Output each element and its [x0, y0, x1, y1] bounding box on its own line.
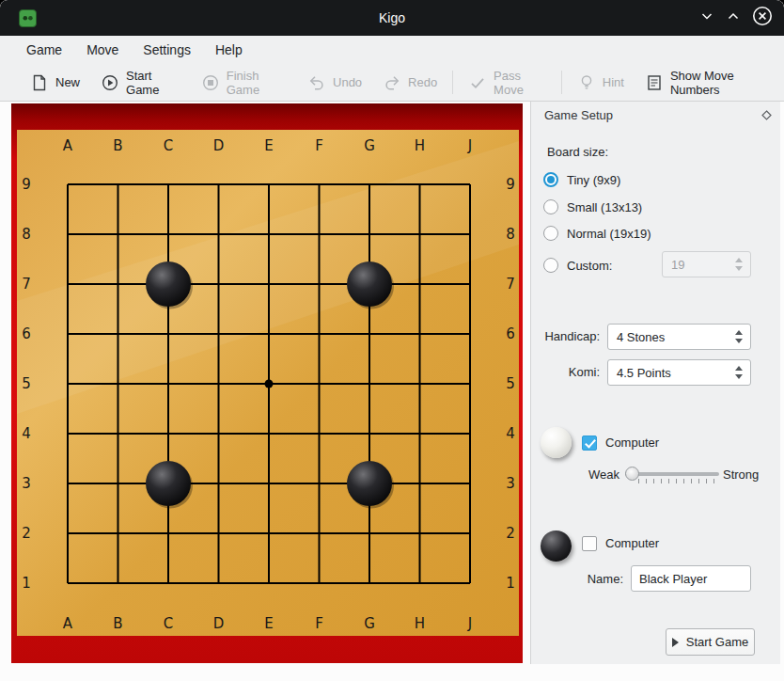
spinner-arrows-icon[interactable]	[735, 330, 750, 343]
svg-text:C: C	[164, 137, 173, 154]
radio-tiny-label: Tiny (9x9)	[567, 173, 620, 187]
board-area: AABBCCDDEEFFGGHHJJ998877665544332211	[0, 102, 523, 681]
slider-ticks	[638, 479, 719, 483]
svg-text:E: E	[264, 615, 273, 632]
pass-move-button[interactable]: Pass Move	[458, 69, 557, 97]
redo-arrow-icon	[383, 73, 401, 92]
weak-label: Weak	[588, 467, 619, 482]
svg-text:F: F	[315, 615, 323, 632]
minimize-button[interactable]	[699, 8, 714, 27]
start-game-label: Start Game	[126, 69, 180, 97]
new-label: New	[55, 75, 80, 89]
black-computer-checkbox-row[interactable]: Computer	[582, 535, 659, 551]
svg-text:J: J	[467, 615, 472, 632]
checkbox-checked-icon[interactable]	[582, 436, 597, 451]
stop-circle-icon	[201, 73, 220, 92]
finish-game-label: Finish Game	[227, 69, 287, 97]
document-new-icon	[30, 73, 49, 92]
handicap-label: Handicap:	[531, 329, 600, 343]
svg-text:8: 8	[22, 226, 31, 243]
kigo-window: Kigo Game Move Settings Help New Start G…	[0, 0, 784, 681]
name-label: Name:	[555, 572, 623, 586]
start-game-panel-button[interactable]: Start Game	[666, 628, 755, 656]
lightbulb-icon	[577, 73, 596, 92]
toolbar-separator	[561, 71, 562, 94]
board-size-label: Board size:	[547, 145, 608, 159]
custom-size-value: 19	[663, 258, 735, 272]
radio-icon	[543, 226, 558, 241]
svg-text:C: C	[164, 615, 173, 632]
spinner-arrows-icon[interactable]	[735, 258, 750, 271]
game-setup-panel: Game Setup Board size: Tiny (9x9) Small …	[530, 102, 780, 664]
svg-text:1: 1	[22, 575, 31, 592]
hint-label: Hint	[603, 75, 624, 89]
svg-text:2: 2	[506, 525, 515, 542]
radio-normal[interactable]: Normal (19x19)	[543, 225, 651, 242]
undo-button[interactable]: Undo	[297, 69, 372, 97]
svg-text:B: B	[113, 137, 122, 154]
maximize-button[interactable]	[726, 8, 741, 27]
radio-custom-label: Custom:	[567, 259, 612, 273]
start-game-button-label: Start Game	[686, 635, 748, 649]
menu-settings[interactable]: Settings	[131, 38, 203, 62]
svg-text:D: D	[213, 615, 225, 632]
black-computer-label: Computer	[605, 536, 659, 550]
redo-button[interactable]: Redo	[372, 69, 447, 97]
radio-small[interactable]: Small (13x13)	[543, 198, 642, 215]
close-circle-icon	[752, 6, 773, 30]
play-circle-icon	[101, 73, 119, 92]
float-panel-icon[interactable]	[761, 109, 772, 123]
show-move-numbers-button[interactable]: Show Move Numbers	[635, 69, 784, 97]
white-computer-checkbox-row[interactable]: Computer	[582, 435, 659, 451]
undo-label: Undo	[333, 75, 362, 89]
radio-icon	[543, 258, 558, 273]
panel-title: Game Setup	[544, 108, 613, 122]
svg-text:6: 6	[22, 325, 31, 342]
svg-text:9: 9	[22, 176, 31, 193]
go-board[interactable]: AABBCCDDEEFFGGHHJJ998877665544332211	[11, 103, 523, 663]
slider-handle[interactable]	[625, 467, 639, 481]
radio-tiny[interactable]: Tiny (9x9)	[543, 171, 620, 188]
finish-game-button[interactable]: Finish Game	[191, 69, 297, 97]
show-move-numbers-label: Show Move Numbers	[670, 69, 774, 97]
strong-label: Strong	[723, 467, 759, 482]
close-button[interactable]	[752, 6, 773, 30]
menu-help[interactable]: Help	[203, 38, 255, 62]
svg-text:H: H	[415, 137, 425, 154]
svg-text:D: D	[213, 137, 225, 154]
svg-text:1: 1	[506, 575, 515, 592]
black-player-name-input[interactable]	[631, 565, 751, 592]
radio-icon	[543, 199, 558, 214]
titlebar: Kigo	[0, 0, 784, 36]
pass-move-label: Pass Move	[494, 69, 546, 97]
svg-text:2: 2	[22, 525, 31, 542]
hint-button[interactable]: Hint	[567, 69, 635, 97]
svg-text:7: 7	[22, 276, 31, 293]
window-title: Kigo	[0, 10, 784, 25]
radio-small-label: Small (13x13)	[567, 200, 642, 214]
spinner-arrows-icon[interactable]	[735, 366, 750, 379]
start-game-button[interactable]: Start Game	[90, 69, 191, 97]
menu-move[interactable]: Move	[74, 38, 131, 62]
komi-value: 4.5 Points	[608, 366, 735, 380]
chevron-down-icon	[699, 8, 714, 27]
svg-text:5: 5	[22, 375, 31, 392]
new-button[interactable]: New	[20, 69, 90, 97]
white-computer-label: Computer	[605, 436, 659, 450]
custom-size-spinbox[interactable]: 19	[662, 251, 751, 277]
svg-text:3: 3	[506, 475, 515, 492]
svg-text:4: 4	[22, 425, 31, 442]
toolbar-separator	[452, 71, 453, 94]
chevron-up-icon	[726, 8, 741, 27]
komi-spinbox[interactable]: 4.5 Points	[607, 359, 751, 386]
checkbox-unchecked-icon[interactable]	[582, 536, 597, 551]
strength-slider[interactable]	[625, 467, 719, 483]
menu-game[interactable]: Game	[14, 38, 74, 62]
slider-track	[625, 472, 719, 476]
menubar: Game Move Settings Help	[0, 36, 784, 64]
svg-text:A: A	[63, 615, 73, 632]
radio-custom[interactable]: Custom:	[543, 257, 612, 274]
handicap-spinbox[interactable]: 4 Stones	[607, 324, 751, 350]
svg-text:G: G	[364, 137, 375, 154]
redo-label: Redo	[408, 75, 437, 89]
